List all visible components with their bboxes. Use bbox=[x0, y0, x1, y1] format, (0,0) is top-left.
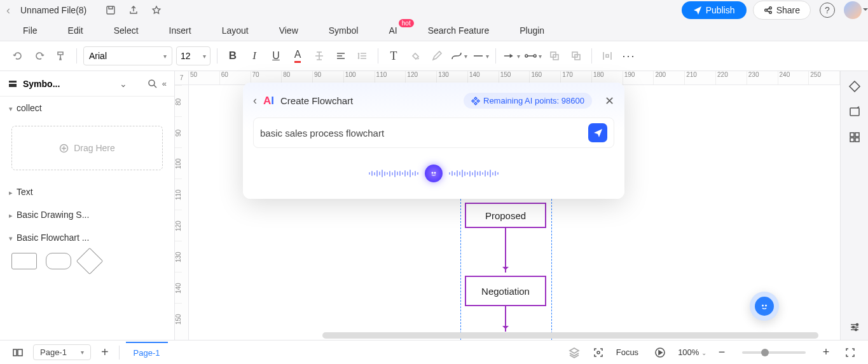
ai-flowchart-panel: ‹ AI Create Flowchart Remaining AI point… bbox=[243, 83, 624, 199]
line-style-icon[interactable]: ▾ bbox=[471, 47, 489, 65]
bold-icon[interactable]: B bbox=[224, 47, 242, 65]
font-color-icon[interactable]: A bbox=[289, 47, 307, 65]
align-icon[interactable] bbox=[332, 47, 350, 65]
play-icon[interactable] bbox=[651, 344, 669, 361]
grid-icon[interactable] bbox=[848, 131, 861, 144]
ai-send-button[interactable] bbox=[588, 123, 607, 142]
font-select[interactable]: Arial▾ bbox=[83, 46, 172, 65]
italic-icon[interactable]: I bbox=[245, 47, 263, 65]
svg-point-2 bbox=[769, 7, 771, 10]
status-bar: Page-1▾ + Page-1 Focus 100% ⌄ − + bbox=[0, 340, 868, 364]
focus-icon[interactable] bbox=[589, 344, 607, 361]
star-icon[interactable] bbox=[149, 3, 164, 18]
menu-symbol[interactable]: Symbol bbox=[329, 25, 359, 36]
user-avatar[interactable] bbox=[844, 1, 862, 19]
endpoints-icon[interactable]: ▾ bbox=[524, 47, 542, 65]
shape-rounded[interactable] bbox=[46, 253, 71, 269]
ruler-corner: 7 bbox=[175, 71, 189, 85]
flow-node-proposed[interactable]: Proposed bbox=[465, 203, 546, 228]
menu-ai[interactable]: AIhot bbox=[389, 25, 397, 36]
search-icon[interactable] bbox=[148, 79, 157, 88]
menu-plugin[interactable]: Plugin bbox=[520, 25, 544, 36]
underline-icon[interactable]: U bbox=[267, 47, 285, 65]
connector-icon[interactable]: ▾ bbox=[450, 47, 467, 65]
menu-search-feature[interactable]: Search Feature bbox=[428, 25, 490, 36]
ai-prompt-input[interactable] bbox=[260, 128, 582, 138]
svg-rect-16 bbox=[855, 133, 859, 137]
zoom-value[interactable]: 100% ⌄ bbox=[678, 347, 706, 357]
svg-rect-26 bbox=[13, 349, 17, 356]
library-icon bbox=[8, 79, 18, 89]
flow-node-negotiation[interactable]: Negotiation bbox=[465, 276, 546, 306]
page-tab[interactable]: Page-1 bbox=[126, 342, 168, 363]
svg-point-5 bbox=[534, 55, 536, 57]
send-back-icon[interactable] bbox=[567, 47, 585, 65]
page-select[interactable]: Page-1▾ bbox=[33, 344, 91, 360]
ai-points-badge[interactable]: Remaining AI points: 98600 bbox=[464, 93, 592, 109]
menu-layout[interactable]: Layout bbox=[222, 25, 249, 36]
ai-assistant-bubble[interactable] bbox=[750, 292, 779, 321]
publish-button[interactable]: Publish bbox=[682, 1, 747, 19]
back-button[interactable]: ‹ bbox=[6, 4, 10, 17]
close-icon[interactable]: ✕ bbox=[605, 94, 614, 108]
fullscreen-icon[interactable] bbox=[841, 344, 859, 361]
image-icon[interactable] bbox=[848, 105, 861, 118]
arrow-style-icon[interactable]: ▾ bbox=[502, 47, 520, 65]
section-basic-flowchart[interactable]: Basic Flowchart ... bbox=[0, 226, 174, 249]
bring-front-icon[interactable] bbox=[546, 47, 563, 65]
add-page-button[interactable]: + bbox=[97, 345, 113, 360]
shape-diamond[interactable] bbox=[76, 248, 103, 274]
theme-icon[interactable] bbox=[848, 80, 861, 93]
file-name: Unnamed File(8) bbox=[20, 5, 86, 15]
svg-rect-17 bbox=[850, 138, 854, 142]
svg-point-22 bbox=[432, 172, 434, 174]
zoom-slider[interactable] bbox=[742, 351, 806, 354]
svg-point-21 bbox=[855, 329, 857, 331]
pen-icon[interactable] bbox=[428, 47, 446, 65]
share-button[interactable]: Share bbox=[753, 1, 811, 20]
font-size-select[interactable]: 12▾ bbox=[176, 46, 210, 65]
menu-view[interactable]: View bbox=[279, 25, 298, 36]
redo-icon[interactable] bbox=[31, 47, 48, 65]
section-basic-drawing[interactable]: Basic Drawing S... bbox=[0, 203, 174, 226]
menu-file[interactable]: File bbox=[23, 25, 38, 36]
section-collect[interactable]: collect bbox=[0, 97, 174, 119]
undo-icon[interactable] bbox=[9, 47, 27, 65]
svg-point-25 bbox=[765, 305, 767, 307]
svg-point-20 bbox=[852, 327, 854, 328]
flow-arrow[interactable] bbox=[505, 228, 506, 273]
left-panel: Symbo... ⌄ « collect Drag Here Text Basi… bbox=[0, 71, 175, 340]
flow-arrow-2[interactable] bbox=[505, 306, 506, 332]
distribute-icon[interactable] bbox=[598, 47, 616, 65]
menu-select[interactable]: Select bbox=[114, 25, 139, 36]
line-spacing-icon[interactable] bbox=[354, 47, 371, 65]
expand-icon[interactable]: ⌄ bbox=[120, 79, 127, 89]
zoom-in-icon[interactable]: + bbox=[817, 344, 835, 361]
svg-rect-18 bbox=[855, 138, 859, 142]
section-text[interactable]: Text bbox=[0, 180, 174, 203]
zoom-out-icon[interactable]: − bbox=[713, 344, 731, 361]
menu-insert[interactable]: Insert bbox=[169, 25, 191, 36]
layers-icon[interactable] bbox=[565, 344, 583, 361]
vertical-ruler: 8090100110120130140150 bbox=[175, 85, 189, 340]
svg-point-23 bbox=[434, 172, 436, 174]
help-icon[interactable]: ? bbox=[820, 3, 835, 18]
save-icon[interactable] bbox=[103, 3, 118, 18]
svg-rect-15 bbox=[850, 133, 854, 137]
text-tool-icon[interactable]: T bbox=[385, 47, 403, 65]
export-icon[interactable] bbox=[126, 3, 141, 18]
shape-rect[interactable] bbox=[11, 253, 37, 269]
fill-icon[interactable] bbox=[406, 47, 424, 65]
ai-back-icon[interactable]: ‹ bbox=[253, 94, 257, 107]
shape-palette bbox=[0, 249, 174, 274]
pages-icon[interactable] bbox=[9, 344, 27, 361]
svg-point-19 bbox=[856, 324, 858, 326]
drag-here-zone[interactable]: Drag Here bbox=[11, 126, 163, 170]
format-painter-icon[interactable] bbox=[52, 47, 70, 65]
menu-edit[interactable]: Edit bbox=[68, 25, 83, 36]
collapse-panel-icon[interactable]: « bbox=[162, 79, 167, 88]
settings-list-icon[interactable] bbox=[848, 321, 861, 334]
more-icon[interactable]: ··· bbox=[620, 47, 638, 65]
strike-icon[interactable] bbox=[310, 47, 328, 65]
horizontal-scrollbar[interactable] bbox=[322, 332, 818, 339]
